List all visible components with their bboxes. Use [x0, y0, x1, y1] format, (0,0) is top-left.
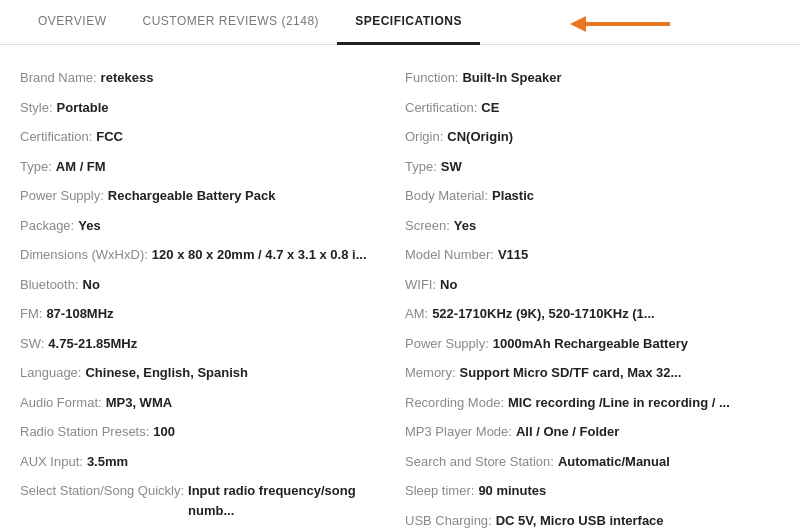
specs-content: Brand Name:retekessStyle:PortableCertifi… — [0, 45, 800, 529]
spec-row: WIFI:No — [405, 270, 780, 300]
spec-value: AM / FM — [56, 157, 106, 177]
spec-value: Portable — [57, 98, 109, 118]
spec-label: USB Charging: — [405, 511, 492, 530]
spec-value: Rechargeable Battery Pack — [108, 186, 276, 206]
spec-row: Search and Store Station:Automatic/Manua… — [405, 447, 780, 477]
spec-label: Screen: — [405, 216, 450, 236]
spec-label: WIFI: — [405, 275, 436, 295]
spec-row: Style:Portable — [20, 93, 395, 123]
spec-label: Sleep timer: — [405, 481, 474, 501]
spec-label: Memory: — [405, 363, 456, 383]
spec-row: Certification:CE — [405, 93, 780, 123]
spec-row: Screen:Yes — [405, 211, 780, 241]
spec-row: Type:AM / FM — [20, 152, 395, 182]
spec-value: Automatic/Manual — [558, 452, 670, 472]
spec-row: Select Station/Song Quickly:Input radio … — [20, 476, 395, 525]
spec-label: Search and Store Station: — [405, 452, 554, 472]
spec-row: Bluetooth:No — [20, 270, 395, 300]
spec-label: Function: — [405, 68, 458, 88]
spec-label: Brand Name: — [20, 68, 97, 88]
spec-label: FM: — [20, 304, 42, 324]
left-column: Brand Name:retekessStyle:PortableCertifi… — [20, 63, 395, 529]
spec-row: Language:Chinese, English, Spanish — [20, 358, 395, 388]
spec-value: MP3, WMA — [106, 393, 172, 413]
spec-value: No — [83, 275, 100, 295]
spec-value: Built-In Speaker — [462, 68, 561, 88]
spec-row: Body Material:Plastic — [405, 181, 780, 211]
spec-value: FCC — [96, 127, 123, 147]
spec-value: 90 minutes — [478, 481, 546, 501]
spec-label: Body Material: — [405, 186, 488, 206]
spec-label: Dimensions (WxHxD): — [20, 245, 148, 265]
spec-label: Select Station/Song Quickly: — [20, 481, 184, 520]
spec-value: 522-1710KHz (9K), 520-1710KHz (1... — [432, 304, 655, 324]
spec-label: SW: — [20, 334, 44, 354]
tab-customer-reviews[interactable]: CUSTOMER REVIEWS (2148) — [124, 0, 337, 45]
spec-row: Sleep timer:90 minutes — [405, 476, 780, 506]
spec-value: V115 — [498, 245, 528, 265]
spec-value: All / One / Folder — [516, 422, 619, 442]
spec-label: Bluetooth: — [20, 275, 79, 295]
spec-row: Dimensions (WxHxD):120 x 80 x 20mm / 4.7… — [20, 240, 395, 270]
tab-bar: OVERVIEW CUSTOMER REVIEWS (2148) SPECIFI… — [0, 0, 800, 45]
spec-row: Type:SW — [405, 152, 780, 182]
spec-row: Radio Station Presets:100 — [20, 417, 395, 447]
tab-specifications[interactable]: SPECIFICATIONS — [337, 0, 480, 45]
spec-value: retekess — [101, 68, 154, 88]
spec-row: USB Charging:DC 5V, Micro USB interface — [405, 506, 780, 530]
spec-label: Style: — [20, 98, 53, 118]
spec-row: AUX Input:3.5mm — [20, 447, 395, 477]
spec-label: Type: — [405, 157, 437, 177]
spec-value: 1000mAh Rechargeable Battery — [493, 334, 688, 354]
spec-label: AM: — [405, 304, 428, 324]
spec-row: Power Supply:Rechargeable Battery Pack — [20, 181, 395, 211]
spec-value: DC 5V, Micro USB interface — [496, 511, 664, 530]
spec-value: MIC recording /Line in recording / ... — [508, 393, 730, 413]
arrow-annotation — [560, 6, 680, 45]
spec-value: CN(Origin) — [447, 127, 513, 147]
spec-row: FM:87-108MHz — [20, 299, 395, 329]
spec-value: 87-108MHz — [46, 304, 113, 324]
spec-row: SW:4.75-21.85MHz — [20, 329, 395, 359]
spec-label: Package: — [20, 216, 74, 236]
spec-value: No — [440, 275, 457, 295]
spec-label: Power Supply: — [405, 334, 489, 354]
spec-label: Language: — [20, 363, 81, 383]
spec-row: Recording Mode:MIC recording /Line in re… — [405, 388, 780, 418]
spec-row: Function:Built-In Speaker — [405, 63, 780, 93]
spec-row: Origin:CN(Origin) — [405, 122, 780, 152]
spec-value: Support Micro SD/TF card, Max 32... — [460, 363, 682, 383]
spec-label: AUX Input: — [20, 452, 83, 472]
spec-value: CE — [481, 98, 499, 118]
spec-row: Certification:FCC — [20, 122, 395, 152]
spec-row: Package:Yes — [20, 211, 395, 241]
spec-value: SW — [441, 157, 462, 177]
right-column: Function:Built-In SpeakerCertification:C… — [405, 63, 780, 529]
spec-label: Origin: — [405, 127, 443, 147]
spec-label: Model Number: — [405, 245, 494, 265]
spec-row: Audio Format:MP3, WMA — [20, 388, 395, 418]
tab-overview[interactable]: OVERVIEW — [20, 0, 124, 45]
spec-row: Brand Name:retekess — [20, 63, 395, 93]
spec-row: AM:522-1710KHz (9K), 520-1710KHz (1... — [405, 299, 780, 329]
spec-row: Power Supply:1000mAh Rechargeable Batter… — [405, 329, 780, 359]
spec-value: 100 — [153, 422, 175, 442]
spec-label: Certification: — [405, 98, 477, 118]
spec-value: 4.75-21.85MHz — [48, 334, 137, 354]
spec-label: Radio Station Presets: — [20, 422, 149, 442]
spec-value: 120 x 80 x 20mm / 4.7 x 3.1 x 0.8 i... — [152, 245, 367, 265]
spec-label: Certification: — [20, 127, 92, 147]
spec-row: Model Number:V115 — [405, 240, 780, 270]
spec-value: Yes — [454, 216, 476, 236]
svg-marker-1 — [570, 16, 586, 32]
spec-value: Chinese, English, Spanish — [85, 363, 248, 383]
spec-label: Type: — [20, 157, 52, 177]
spec-row: LCD Backlight:Adjustable — [20, 525, 395, 529]
spec-value: Input radio frequency/song numb... — [188, 481, 395, 520]
spec-value: Yes — [78, 216, 100, 236]
spec-row: Memory:Support Micro SD/TF card, Max 32.… — [405, 358, 780, 388]
spec-label: Recording Mode: — [405, 393, 504, 413]
spec-label: Audio Format: — [20, 393, 102, 413]
spec-label: Power Supply: — [20, 186, 104, 206]
spec-value: 3.5mm — [87, 452, 128, 472]
